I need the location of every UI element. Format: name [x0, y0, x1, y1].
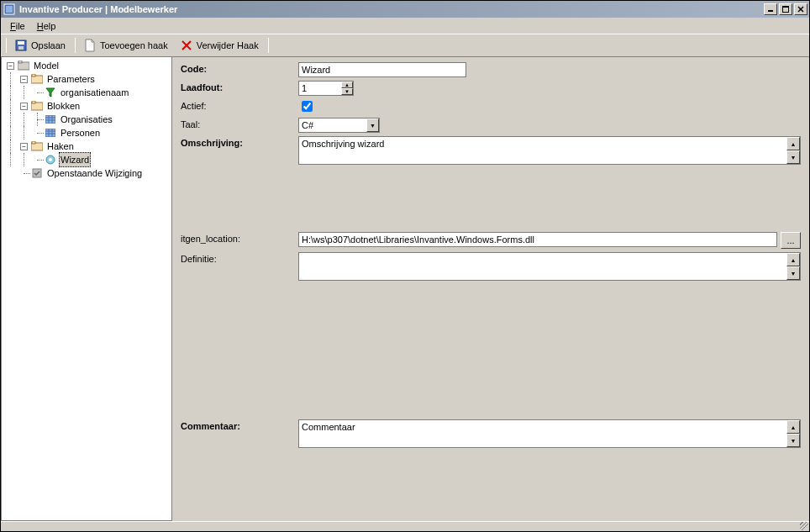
svg-rect-18 [45, 115, 55, 124]
toolbar: Opslaan Toevoegen haak Verwijder Haak [1, 34, 809, 56]
tree-node-parameters[interactable]: − Parameters [3, 72, 171, 86]
scroll-down-icon[interactable]: ▼ [786, 150, 800, 164]
menu-file[interactable]: File [4, 19, 31, 33]
changes-icon [30, 166, 44, 180]
delete-icon [180, 39, 193, 52]
add-hook-button[interactable]: Toevoegen haak [79, 36, 174, 55]
table-icon [44, 113, 57, 126]
location-input[interactable] [298, 232, 777, 247]
expander-icon[interactable]: − [20, 143, 28, 150]
window-title: Invantive Producer | Modelbewerker [19, 4, 762, 14]
laadfout-label: Laadfout: [181, 81, 298, 92]
model-icon [17, 59, 30, 72]
folder-icon [30, 140, 44, 153]
minimize-button[interactable] [764, 3, 777, 15]
gear-icon [44, 153, 57, 166]
statusbar [1, 521, 809, 531]
commentaar-textarea[interactable] [299, 420, 786, 447]
scroll-down-icon[interactable]: ▼ [786, 434, 800, 447]
filter-icon [44, 86, 57, 99]
scroll-up-icon[interactable]: ▲ [786, 253, 800, 266]
svg-rect-8 [18, 41, 24, 45]
scrollbar[interactable]: ▲ ▼ [786, 137, 800, 164]
location-label: itgen_location: [181, 232, 298, 244]
tree-node-organisatienaam[interactable]: organisatienaam [3, 86, 171, 99]
commentaar-label: Commentaar: [181, 419, 298, 431]
taal-combo[interactable]: ▼ [298, 118, 380, 133]
scroll-up-icon[interactable]: ▲ [786, 420, 800, 434]
save-label: Opslaan [31, 40, 66, 50]
remove-hook-label: Verwijder Haak [197, 40, 259, 50]
omschrijving-textarea[interactable] [299, 137, 786, 164]
svg-rect-9 [18, 46, 24, 50]
svg-rect-13 [18, 61, 22, 63]
table-icon [44, 126, 57, 140]
expander-icon[interactable]: − [20, 76, 28, 83]
browse-button[interactable]: ... [781, 232, 801, 249]
definitie-textarea[interactable] [299, 253, 786, 280]
spinner-down-icon[interactable]: ▼ [341, 88, 353, 95]
definitie-label: Definitie: [181, 252, 298, 264]
app-icon [3, 3, 16, 16]
remove-hook-button[interactable]: Verwijder Haak [176, 36, 265, 55]
tree-node-organisaties[interactable]: Organisaties [3, 113, 171, 126]
tree-node-openstaande[interactable]: Openstaande Wijziging [3, 166, 171, 180]
svg-rect-15 [32, 74, 35, 76]
svg-rect-17 [32, 101, 35, 103]
svg-rect-1 [6, 6, 13, 13]
tree-node-personen[interactable]: Personen [3, 126, 171, 140]
add-hook-label: Toevoegen haak [100, 40, 168, 50]
actief-label: Actief: [181, 99, 298, 111]
form-panel: Code: Laadfout: ▲ ▼ Actief: Taal: ▼ [172, 57, 809, 521]
spinner-up-icon[interactable]: ▲ [341, 82, 353, 88]
scroll-up-icon[interactable]: ▲ [786, 137, 800, 150]
save-icon [14, 39, 28, 52]
tree-node-wizard[interactable]: Wizard [3, 153, 171, 166]
laadfout-input[interactable] [299, 82, 341, 95]
actief-checkbox[interactable] [302, 101, 313, 112]
document-icon [83, 39, 97, 52]
taal-input[interactable] [299, 119, 366, 132]
svg-point-31 [49, 158, 52, 161]
taal-label: Taal: [181, 118, 298, 129]
chevron-down-icon[interactable]: ▼ [366, 119, 379, 132]
folder-icon [30, 72, 44, 86]
tree-panel: − Model − Parameters organisatienaam − [1, 57, 172, 521]
expander-icon[interactable]: − [20, 103, 28, 110]
scrollbar[interactable]: ▲ ▼ [786, 253, 800, 280]
code-label: Code: [181, 62, 298, 74]
tree-node-blokken[interactable]: − Blokken [3, 99, 171, 113]
titlebar: Invantive Producer | Modelbewerker [1, 1, 809, 18]
tree-node-model[interactable]: − Model [3, 59, 171, 72]
close-button[interactable] [794, 3, 807, 15]
save-button[interactable]: Opslaan [10, 36, 71, 55]
omschrijving-label: Omschrijving: [181, 136, 298, 148]
scrollbar[interactable]: ▲ ▼ [786, 420, 800, 447]
resize-grip-icon[interactable] [800, 522, 808, 530]
code-input[interactable] [298, 62, 466, 77]
menu-help[interactable]: Help [31, 19, 62, 33]
svg-rect-23 [45, 129, 55, 137]
svg-rect-29 [32, 141, 35, 144]
folder-icon [30, 99, 44, 113]
tree-node-haken[interactable]: − Haken [3, 140, 171, 153]
expander-icon[interactable]: − [7, 62, 14, 70]
menubar: File Help [1, 18, 809, 34]
scroll-down-icon[interactable]: ▼ [786, 266, 800, 280]
laadfout-spinner[interactable]: ▲ ▼ [298, 81, 354, 96]
maximize-button[interactable] [779, 3, 792, 15]
